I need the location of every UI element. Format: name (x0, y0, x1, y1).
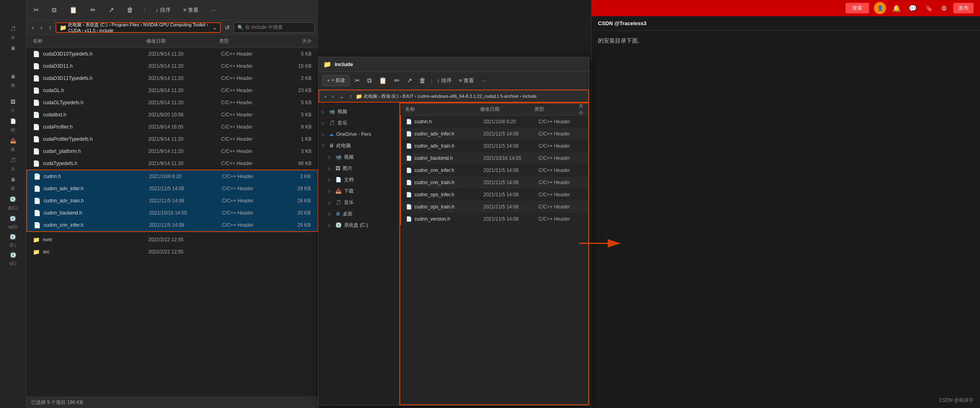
file-icon: 📄 (33, 75, 40, 82)
csdn-content: 的安装目录下面, (591, 31, 980, 51)
table-row[interactable]: 📄 cudalibxt.h 2021/9/20 10:58 C/C++ Head… (26, 109, 318, 121)
pcol-name-header[interactable]: 名称 (405, 106, 480, 113)
music2-icon: 🎵 (10, 157, 16, 163)
panel-nav-back[interactable]: ‹ (322, 92, 328, 100)
panel-more-button[interactable]: ··· (479, 76, 488, 85)
panel-paste-button[interactable]: 📋 (376, 75, 389, 86)
new-button[interactable]: + + 新建 (322, 75, 350, 86)
view-button[interactable]: ≡ 查看 (181, 5, 201, 15)
search-box[interactable]: 🔍 在 include 中搜索 (234, 22, 315, 33)
list-item[interactable]: 📄 cudnn_version.h 2021/11/5 14:08 C/C++ … (400, 213, 588, 225)
table-row[interactable]: 📄 cudaD3D11Typedefs.h 2021/9/14 11:20 C/… (26, 72, 318, 84)
pcol-date-header[interactable]: 修改日期 (480, 106, 534, 113)
tree-item-drive-c[interactable]: ▷ 💽 系统盘 (C:) (318, 219, 399, 231)
sidebar-item-pc[interactable]: 🖥 脑 (11, 72, 15, 90)
panel-sort-button[interactable]: ↕ 排序 (435, 75, 454, 86)
table-row[interactable]: 📄 cudaGL.h 2021/9/14 11:20 C/C++ Header … (26, 84, 318, 97)
col-type-header[interactable]: 类型 (219, 38, 280, 45)
table-row[interactable]: 📄 cudaD3D11.h 2021/9/14 11:20 C/C++ Head… (26, 60, 318, 72)
tree-item-downloads[interactable]: ▷ 📥 下载 (318, 185, 399, 197)
panel-nav-up[interactable]: ↑ (348, 92, 354, 100)
copy-button[interactable]: ⧉ (49, 5, 59, 15)
sort-button[interactable]: ↕ 排序 (153, 5, 173, 15)
table-row[interactable]: 📄 cudaProfiler.h 2021/9/14 16:05 C/C++ H… (26, 121, 318, 133)
cut-button[interactable]: ✂ (31, 4, 41, 15)
sidebar-item-download[interactable]: 📥 载 (10, 136, 16, 154)
nav-up-button[interactable]: ↑ (46, 23, 54, 32)
csdn-avatar[interactable]: 👤 (874, 2, 886, 14)
panel-delete-button[interactable]: 🗑 (417, 75, 428, 86)
table-row[interactable]: 📄 cudnn.h 2021/10/8 6:20 C/C++ Header 3 … (27, 170, 317, 183)
list-item[interactable]: 📄 cudnn_ops_train.h 2021/11/5 14:08 C/C+… (400, 201, 588, 213)
nav-back-button[interactable]: ‹ (30, 23, 36, 32)
tree-item-onedrive[interactable]: ▷ ☁ OneDrive - Pers (318, 129, 399, 140)
tree-item-desktop3[interactable]: ▷ 🖥 桌面 (318, 208, 399, 219)
csdn-post-button[interactable]: 发布 (953, 3, 974, 13)
table-row[interactable]: 📄 cudnn_adv_infer.h 2021/11/5 14:08 C/C+… (27, 183, 317, 195)
sidebar-item-drive-c[interactable]: 💽 盘(C) (8, 195, 18, 213)
sidebar-item-desktop[interactable]: 🖥 (11, 44, 15, 53)
tree-item-docs[interactable]: ▷ 📄 文档 (318, 174, 399, 185)
sidebar-item-desktop2[interactable]: 🖥 面 (11, 175, 15, 193)
sidebar-item-drive-d[interactable]: 💽 ta(D) (9, 214, 17, 231)
col-name-header[interactable]: 名称 (33, 38, 146, 45)
dropdown-icon[interactable]: ⌄ (213, 25, 217, 30)
list-item[interactable]: 📄 cudnn_cnn_train.h 2021/11/5 14:08 C/C+… (400, 176, 588, 189)
breadcrumb-path[interactable]: 📁 此电脑 › 系统盘 (C:) › Program Files › NVIDI… (56, 22, 221, 33)
csdn-chat-icon[interactable]: 💬 (907, 3, 918, 14)
delete-button[interactable]: 🗑 (124, 5, 136, 15)
sidebar-item-docs[interactable]: 📄 档 (10, 117, 16, 135)
panel-rename-button[interactable]: ✏ (392, 75, 402, 86)
share-button[interactable]: ↗ (106, 4, 116, 15)
refresh-button[interactable]: ↺ (222, 23, 232, 32)
list-item[interactable]: 📄 cudnn_ops_infer.h 2021/11/5 14:08 C/C+… (400, 189, 588, 201)
panel-nav-forward[interactable]: › (330, 92, 335, 100)
panel-nav-dropdown[interactable]: ⌄ (337, 92, 346, 100)
tree-item-music[interactable]: ▷ 🎵 音乐 (318, 117, 399, 129)
sidebar-item-drive-g[interactable]: 💽 (G:) (9, 251, 16, 267)
table-row[interactable]: 📄 cudnn_adv_train.h 2021/11/5 14:08 C/C+… (27, 195, 317, 207)
col-date-header[interactable]: 修改日期 (146, 38, 219, 45)
col-size-header[interactable]: 大小 (280, 38, 312, 45)
pcol-type-header[interactable]: 类型 (534, 106, 579, 113)
list-item[interactable]: 📄 cudnn_cnn_infer.h 2021/11/5 14:08 C/C+… (400, 164, 588, 176)
table-row[interactable]: 📁 nvm 2022/2/22 12:55 (26, 234, 318, 246)
csdn-settings-icon[interactable]: ⚙ (939, 3, 948, 14)
panel-share-button[interactable]: ↗ (404, 75, 414, 86)
sidebar-item-pics[interactable]: 🖼 片 (11, 97, 15, 115)
table-row[interactable]: 📄 cudaProfilerTypedefs.h 2021/9/14 11:20… (26, 133, 318, 145)
sidebar-item-music-top[interactable]: 🎵 乐 (10, 24, 16, 42)
tree-item-video[interactable]: ▷ 📹 视频 (318, 106, 399, 117)
paste-button[interactable]: 📋 (67, 4, 80, 15)
tree-item-pics[interactable]: ▷ 🖼 图片 (318, 163, 399, 174)
music-icon: 🎵 (10, 26, 16, 32)
tree-item-music3[interactable]: ▷ 🎵 音乐 (318, 197, 399, 208)
tree-item-thispc[interactable]: ▽ 🖥 此电脑 (318, 140, 399, 151)
table-row[interactable]: 📄 cudnn_backend.h 2021/10/16 14:55 C/C++… (27, 207, 317, 219)
list-item[interactable]: 📄 cudnn_adv_train.h 2021/11/5 14:08 C/C+… (400, 140, 588, 152)
list-item[interactable]: 📄 cudnn.h 2021/10/8 6:20 C/C++ Header (400, 116, 588, 128)
table-row[interactable]: 📄 cudaGLTypedefs.h 2021/9/14 11:20 C/C++… (26, 97, 318, 109)
drive-e-icon: 💽 (10, 234, 16, 240)
csdn-search-button[interactable]: 搜索 (845, 3, 869, 13)
panel-cut-button[interactable]: ✂ (352, 75, 362, 86)
table-row[interactable]: 📄 cudaD3D10Typedefs.h 2021/9/14 11:20 C/… (26, 48, 318, 60)
more-button[interactable]: ··· (209, 5, 218, 15)
sidebar-item-music2[interactable]: 🎵 乐 (10, 156, 16, 174)
table-row[interactable]: 📄 cudaTypedefs.h 2021/9/14 11:20 C/C++ H… (26, 157, 318, 170)
panel-copy-button[interactable]: ⧉ (365, 75, 374, 86)
folder-icon: 📁 (60, 24, 66, 31)
pcol-size-header[interactable]: 大小 (579, 103, 583, 116)
rename-button[interactable]: ✏ (88, 4, 98, 15)
csdn-bookmark-icon[interactable]: 🔖 (923, 3, 935, 14)
csdn-bell-icon[interactable]: 🔔 (891, 3, 902, 14)
list-item[interactable]: 📄 cudnn_adv_infer.h 2021/11/5 14:08 C/C+… (400, 128, 588, 140)
list-item[interactable]: 📄 cudnn_backend.h 2021/10/16 14:55 C/C++… (400, 152, 588, 164)
table-row[interactable]: 📄 cudnn_cnn_infer.h 2021/11/5 14:08 C/C+… (27, 219, 317, 231)
table-row[interactable]: 📁 src 2022/2/22 12:55 (26, 246, 318, 258)
sidebar-item-drive-e[interactable]: 💽 (E:) (10, 232, 16, 249)
tree-item-video2[interactable]: ▷ 📹 视频 (318, 151, 399, 163)
table-row[interactable]: 📄 cudart_platform.h 2021/9/14 11:20 C/C+… (26, 145, 318, 157)
nav-forward-button[interactable]: › (38, 23, 45, 32)
panel-view-button[interactable]: ≡ 查看 (457, 75, 476, 86)
